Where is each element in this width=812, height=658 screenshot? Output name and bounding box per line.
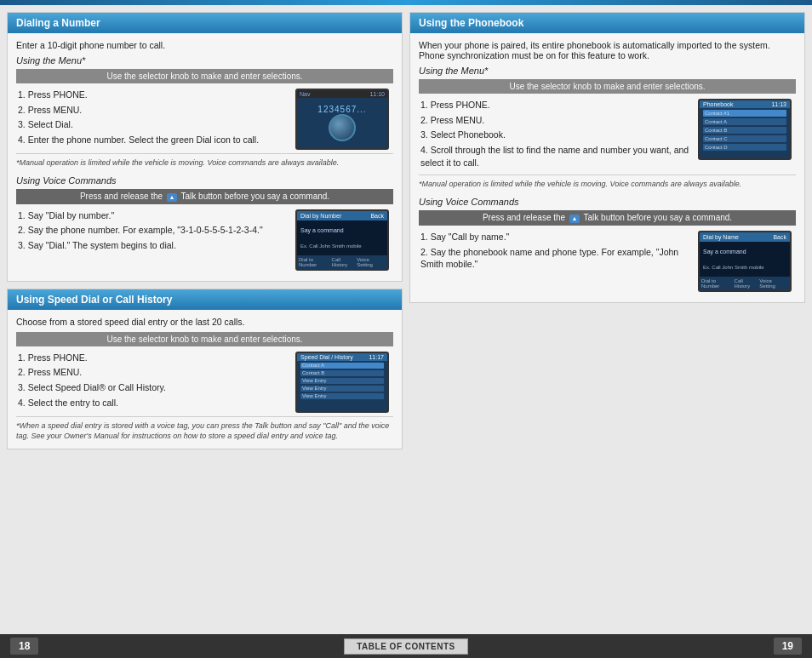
pb-step-3: 3. Select Phonebook. (419, 129, 691, 141)
dial-menu-layout: 1. Press PHONE. 2. Press MENU. 3. Select… (16, 89, 393, 150)
voice-dial-label: Dial by Number (300, 213, 341, 219)
speed-screen-mockup: Speed Dial / History 11:17 Contact A Con… (295, 352, 389, 413)
dialing-title: Dialing a Number (16, 17, 100, 29)
speed-item-5: View Entry (300, 393, 384, 399)
speed-screen-time: 11:17 (369, 354, 384, 360)
dial-voice-layout: 1. Say "Dial by number." 2. Say the phon… (16, 209, 393, 271)
phonebook-menu-list: 1. Press PHONE. 2. Press MENU. 3. Select… (419, 99, 691, 169)
pb-voice-bar-text-2: Talk button before you say a command. (584, 213, 733, 222)
speed-step-1: 1. Press PHONE. (16, 352, 289, 364)
dialing-intro: Enter a 10-digit phone number to call. (16, 40, 393, 50)
voice-bar-text-2: Talk button before you say a command. (181, 192, 330, 201)
talk-icon-1: ▲ (167, 193, 177, 202)
pb-voice-screen-body: Say a command Ex. Call John Smith mobile (700, 242, 790, 277)
using-voice-heading-1: Using Voice Commands (16, 175, 393, 186)
main-content: Dialing a Number Enter a 10-digit phone … (0, 5, 812, 634)
voice-screen-body: Say a command Ex. Call John Smith mobile (297, 220, 387, 255)
speed-screen-list: Contact A Contact B View Entry View Entr… (297, 361, 387, 411)
dial-screen-time: 11:10 (369, 91, 385, 97)
voice-screen-header: Dial by Number Back (297, 211, 387, 220)
speed-step-3: 3. Select Speed Dial® or Call History. (16, 381, 289, 394)
voice-bar-text-1: Press and release the (80, 192, 163, 201)
speed-dial-header: Using Speed Dial or Call History (8, 289, 402, 310)
pb-voice-dial-label: Dial by Name (703, 234, 739, 240)
dial-menu-steps: 1. Press PHONE. 2. Press MENU. 3. Select… (16, 89, 289, 150)
dial-step-3: 3. Select Dial. (16, 118, 289, 131)
pb-voice-screen-footer: Dial to Number Call History Voice Settin… (700, 277, 790, 290)
voice-step-1: 1. Say "Dial by number." (16, 209, 289, 222)
dial-voice-list: 1. Say "Dial by number." 2. Say the phon… (16, 209, 289, 252)
speed-dial-body: Choose from a stored speed dial entry or… (8, 310, 402, 449)
phonebook-screen-list: Contact #1 Contact A Contact B Contact C… (700, 108, 790, 158)
pb-item-2: Contact A (703, 118, 786, 125)
pb-call-history: Call History (735, 278, 760, 289)
speed-item-2: Contact B (300, 370, 384, 376)
pb-step-1: 1. Press PHONE. (419, 99, 691, 112)
speed-list: 1. Press PHONE. 2. Press MENU. 3. Select… (16, 352, 289, 409)
voice-screen-mockup: Dial by Number Back Say a command Ex. Ca… (295, 209, 389, 271)
speed-dial-intro: Choose from a stored speed dial entry or… (16, 317, 393, 327)
bottom-bar: 18 TABLE OF CONTENTS 19 (0, 634, 812, 658)
pb-dial-to-number: Dial to Number (701, 278, 735, 289)
phonebook-screen-time: 11:13 (771, 101, 786, 107)
dial-voice-steps: 1. Say "Dial by number." 2. Say the phon… (16, 209, 289, 271)
speed-step-2: 2. Press MENU. (16, 366, 289, 379)
speed-selector-bar: Use the selector knob to make and enter … (16, 332, 393, 346)
dial-step-1: 1. Press PHONE. (16, 89, 289, 101)
speed-dial-title: Using Speed Dial or Call History (16, 294, 172, 306)
toc-button[interactable]: TABLE OF CONTENTS (344, 638, 468, 655)
phonebook-title: Using the Phonebook (419, 17, 523, 29)
pb-voice-screen-header: Dial by Name Back (700, 232, 790, 242)
dial-number-display: 1234567... (297, 98, 387, 148)
speed-screen-header: Speed Dial / History 11:17 (297, 353, 387, 361)
call-history-label: Call History (332, 257, 357, 267)
voice-screen-footer: Dial to Number Call History Voice Settin… (297, 255, 387, 269)
dial-menu-list: 1. Press PHONE. 2. Press MENU. 3. Select… (16, 89, 289, 146)
dialing-section: Dialing a Number Enter a 10-digit phone … (7, 12, 403, 282)
pb-voice-say: Say a command (703, 248, 786, 255)
phonebook-menu-steps: 1. Press PHONE. 2. Press MENU. 3. Select… (419, 99, 691, 171)
speed-footnote: *When a speed dial entry is stored with … (16, 416, 393, 442)
pb-voice-step-2: 2. Say the phonebook name and phone type… (419, 246, 691, 271)
pb-item-4: Contact C (703, 135, 786, 142)
pb-voice-setting: Voice Setting (759, 278, 788, 289)
phonebook-section: Using the Phonebook When your phone is p… (409, 12, 805, 303)
voice-bar-1: Press and release the ▲ Talk button befo… (16, 189, 393, 204)
pb-item-5: Contact D (703, 144, 786, 151)
phonebook-voice-steps: 1. Say "Call by name." 2. Say the phoneb… (419, 231, 691, 292)
voice-setting-label: Voice Setting (357, 257, 386, 267)
right-column: Using the Phonebook When your phone is p… (409, 12, 805, 627)
pb-voice-example: Ex. Call John Smith mobile (703, 264, 786, 271)
speed-item-4: View Entry (300, 386, 384, 392)
dial-screen-image: Nav 11:10 1234567... (295, 89, 393, 150)
phone-number: 1234567... (317, 105, 366, 114)
dialing-section-header: Dialing a Number (8, 13, 402, 33)
pb-voice-bar-text-1: Press and release the (483, 213, 565, 222)
speed-screen-title: Speed Dial / History (300, 354, 353, 360)
phonebook-screen-mockup: Phonebook 11:13 Contact #1 Contact A Con… (698, 99, 792, 160)
page-number-right: 19 (774, 638, 802, 655)
phonebook-footnote: *Manual operation is limited while the v… (419, 175, 796, 190)
phonebook-screen-header: Phonebook 11:13 (700, 100, 790, 108)
phonebook-voice-bar: Press and release the ▲ Talk button befo… (419, 210, 796, 226)
pb-voice-screen-image: Dial by Name Back Say a command Ex. Call… (698, 231, 796, 292)
voice-screen-image: Dial by Number Back Say a command Ex. Ca… (295, 209, 393, 271)
pb-item-1: Contact #1 (703, 110, 786, 117)
left-column: Dialing a Number Enter a 10-digit phone … (7, 12, 403, 627)
dial-screen-mockup: Nav 11:10 1234567... (295, 89, 389, 150)
speed-steps: 1. Press PHONE. 2. Press MENU. 3. Select… (16, 352, 289, 413)
pb-voice-step-1: 1. Say "Call by name." (419, 231, 691, 243)
voice-say-command: Say a command (300, 226, 384, 234)
phonebook-intro: When your phone is paired, its entire ph… (419, 40, 796, 60)
speed-screen-image: Speed Dial / History 11:17 Contact A Con… (295, 352, 393, 413)
dial-screen-label: Nav (300, 91, 310, 97)
speed-dial-layout: 1. Press PHONE. 2. Press MENU. 3. Select… (16, 352, 393, 413)
phonebook-screen-title: Phonebook (703, 101, 733, 107)
voice-example: Ex. Call John Smith mobile (300, 243, 384, 249)
talk-icon-2: ▲ (569, 215, 580, 223)
phonebook-menu-layout: 1. Press PHONE. 2. Press MENU. 3. Select… (419, 99, 796, 171)
phonebook-header: Using the Phonebook (410, 13, 804, 33)
selector-knob (329, 114, 356, 141)
voice-back-label: Back (370, 213, 384, 219)
dialing-section-body: Enter a 10-digit phone number to call. U… (8, 33, 402, 281)
